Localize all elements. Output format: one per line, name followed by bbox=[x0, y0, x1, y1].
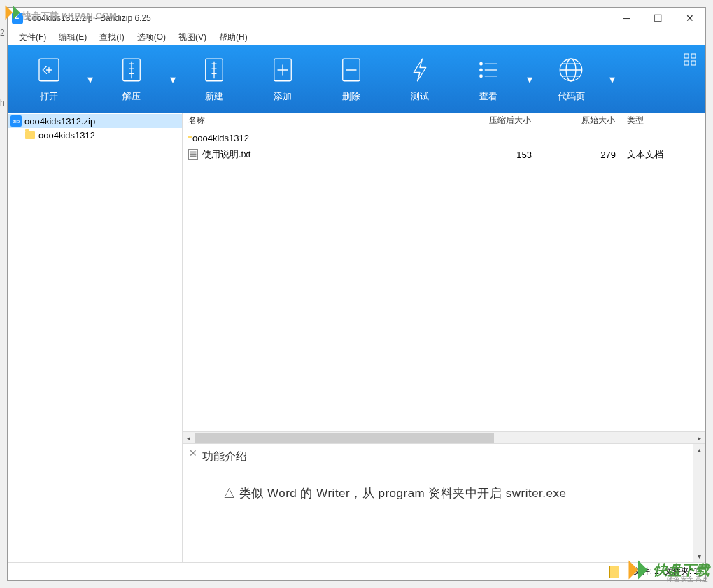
preview-vertical-scrollbar[interactable]: ▴ ▾ bbox=[693, 444, 705, 562]
toolbar-delete[interactable]: 删除 bbox=[317, 48, 386, 110]
toolbar-test[interactable]: 测试 bbox=[386, 48, 454, 110]
column-original[interactable]: 原始大小 bbox=[537, 113, 621, 129]
menu-help[interactable]: 帮助(H) bbox=[213, 30, 253, 45]
svg-rect-13 bbox=[691, 61, 696, 65]
toolbar-codepage-dropdown[interactable]: ▾ bbox=[605, 48, 619, 110]
scroll-up-button[interactable]: ▴ bbox=[693, 444, 705, 456]
file-compressed: 153 bbox=[460, 150, 537, 160]
title-bar[interactable]: ooo4kids1312.zip - Bandizip 6.25 ─ ☐ ✕ bbox=[8, 8, 705, 29]
content-area: zip ooo4kids1312.zip ooo4kids1312 名称 压缩后… bbox=[8, 113, 705, 562]
delete-icon bbox=[337, 55, 366, 85]
menu-options[interactable]: 选项(O) bbox=[132, 30, 171, 45]
close-button[interactable]: ✕ bbox=[674, 8, 705, 29]
svg-point-7 bbox=[480, 75, 483, 78]
svg-point-6 bbox=[480, 69, 483, 71]
tree-panel[interactable]: zip ooo4kids1312.zip ooo4kids1312 bbox=[8, 113, 183, 562]
tree-child-item[interactable]: ooo4kids1312 bbox=[8, 128, 182, 142]
toolbar-extract[interactable]: 解压 bbox=[97, 48, 166, 110]
view-icon bbox=[474, 55, 503, 85]
toolbar-add[interactable]: 添加 bbox=[248, 48, 317, 110]
column-name[interactable]: 名称 bbox=[183, 113, 460, 129]
maximize-button[interactable]: ☐ bbox=[642, 8, 674, 29]
toolbar-extract-dropdown[interactable]: ▾ bbox=[166, 48, 180, 110]
list-row[interactable]: ooo4kids1312 bbox=[183, 129, 705, 146]
list-panel: 名称 压缩后大小 原始大小 类型 ooo4kids1312 bbox=[183, 113, 705, 562]
file-original: 279 bbox=[537, 150, 621, 160]
app-icon bbox=[12, 13, 23, 24]
preview-panel: ✕ 功能介绍 △ 类似 Word 的 Writer，从 program 资料夹中… bbox=[183, 443, 705, 562]
archive-icon bbox=[609, 566, 619, 578]
toolbar-open[interactable]: 打开 bbox=[15, 48, 83, 110]
scroll-right-button[interactable]: ▸ bbox=[693, 432, 705, 444]
toolbar-open-dropdown[interactable]: ▾ bbox=[83, 48, 97, 110]
tree-child-label: ooo4kids1312 bbox=[38, 130, 95, 141]
file-name: ooo4kids1312 bbox=[192, 133, 249, 143]
status-text: 文件: 2, 文件夹: 1 bbox=[633, 566, 698, 578]
scroll-thumb[interactable] bbox=[195, 433, 494, 443]
open-icon bbox=[34, 55, 64, 85]
scroll-track[interactable] bbox=[693, 456, 705, 550]
file-type: 文本文档 bbox=[621, 148, 705, 161]
folder-icon bbox=[24, 129, 36, 141]
status-bar: 文件: 2, 文件夹: 1 bbox=[8, 562, 705, 580]
new-icon bbox=[199, 55, 229, 85]
toolbar-new[interactable]: 新建 bbox=[180, 48, 248, 110]
main-window: ooo4kids1312.zip - Bandizip 6.25 ─ ☐ ✕ 文… bbox=[7, 7, 706, 581]
tree-root-item[interactable]: zip ooo4kids1312.zip bbox=[8, 114, 182, 128]
toolbar-menu-icon[interactable] bbox=[683, 52, 697, 66]
scroll-left-button[interactable]: ◂ bbox=[183, 432, 195, 444]
menu-view[interactable]: 视图(V) bbox=[173, 30, 212, 45]
toolbar-view-dropdown[interactable]: ▾ bbox=[523, 48, 537, 110]
menu-edit[interactable]: 编辑(E) bbox=[53, 30, 92, 45]
list-row[interactable]: 使用说明.txt 153 279 文本文档 bbox=[183, 146, 705, 163]
menu-find[interactable]: 查找(I) bbox=[94, 30, 129, 45]
add-icon bbox=[268, 55, 297, 85]
zip-icon: zip bbox=[10, 115, 22, 127]
svg-rect-11 bbox=[691, 54, 696, 58]
menu-bar: 文件(F) 编辑(E) 查找(I) 选项(O) 视图(V) 帮助(H) bbox=[8, 29, 705, 45]
scroll-down-button[interactable]: ▾ bbox=[693, 550, 705, 562]
column-compressed[interactable]: 压缩后大小 bbox=[460, 113, 537, 129]
menu-file[interactable]: 文件(F) bbox=[13, 30, 52, 45]
preview-body: △ 类似 Word 的 Writer，从 program 资料夹中开启 swri… bbox=[202, 485, 686, 501]
toolbar: 打开 ▾ 解压 ▾ 新建 添加 删除 测试 查看 ▾ bbox=[8, 45, 705, 113]
toolbar-codepage[interactable]: 代码页 bbox=[537, 48, 605, 110]
file-name: 使用说明.txt bbox=[202, 148, 250, 161]
preview-title: 功能介绍 bbox=[202, 450, 686, 464]
codepage-icon bbox=[556, 55, 586, 85]
preview-close-button[interactable]: ✕ bbox=[188, 448, 198, 458]
tree-root-label: ooo4kids1312.zip bbox=[24, 116, 95, 127]
horizontal-scrollbar[interactable]: ◂ ▸ bbox=[183, 431, 705, 443]
column-type[interactable]: 类型 bbox=[621, 113, 705, 129]
scroll-track[interactable] bbox=[195, 432, 693, 444]
toolbar-view[interactable]: 查看 bbox=[454, 48, 523, 110]
window-controls: ─ ☐ ✕ bbox=[611, 8, 705, 29]
test-icon bbox=[405, 55, 435, 85]
extract-icon bbox=[117, 55, 146, 85]
text-file-icon bbox=[188, 149, 198, 160]
svg-point-5 bbox=[480, 63, 483, 66]
svg-rect-12 bbox=[684, 61, 689, 65]
minimize-button[interactable]: ─ bbox=[611, 8, 642, 29]
svg-rect-10 bbox=[684, 54, 689, 58]
list-body[interactable]: ooo4kids1312 使用说明.txt 153 279 文本文档 bbox=[183, 129, 705, 431]
list-header: 名称 压缩后大小 原始大小 类型 bbox=[183, 113, 705, 129]
window-title: ooo4kids1312.zip - Bandizip 6.25 bbox=[27, 13, 611, 23]
